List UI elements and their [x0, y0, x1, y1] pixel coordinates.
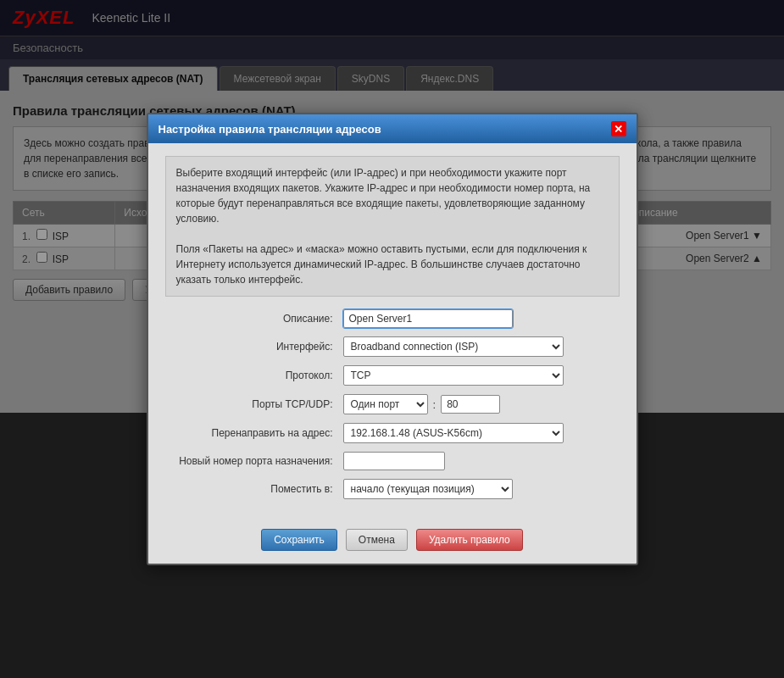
description-label: Описание: [165, 313, 343, 325]
modal-dialog: Настройка правила трансляции адресов ✕ В… [147, 113, 638, 565]
modal-title: Настройка правила трансляции адресов [158, 123, 381, 136]
description-input[interactable] [343, 309, 513, 328]
form-row-description: Описание: [165, 309, 620, 328]
port-separator: : [433, 398, 436, 411]
ports-wrapper: Один порт Диапазон портов : [343, 394, 620, 414]
position-select-wrapper: начало (текущая позиция) конец [343, 479, 620, 499]
modal-info-box: Выберите входящий интерфейс (или IP-адре… [165, 156, 620, 297]
description-field-wrapper [343, 309, 620, 328]
form-row-forward: Перенаправить на адрес: 192.168.1.48 (AS… [165, 423, 620, 443]
new-port-input[interactable] [343, 452, 445, 470]
modal-close-button[interactable]: ✕ [611, 121, 626, 136]
interface-select-wrapper: Broadband connection (ISP) [343, 336, 620, 357]
protocol-select-wrapper: TCP UDP TCP/UDP [343, 365, 620, 386]
delete-rule-button[interactable]: Удалить правило [416, 529, 523, 551]
modal-footer: Сохранить Отмена Удалить правило [148, 520, 637, 564]
port-type-select[interactable]: Один порт Диапазон портов [343, 394, 428, 414]
modal-header: Настройка правила трансляции адресов ✕ [148, 114, 637, 143]
form-row-interface: Интерфейс: Broadband connection (ISP) [165, 336, 620, 357]
protocol-select[interactable]: TCP UDP TCP/UDP [343, 365, 564, 386]
position-label: Поместить в: [165, 483, 343, 495]
cancel-button[interactable]: Отмена [346, 529, 408, 551]
modal-info-text: Выберите входящий интерфейс (или IP-адре… [176, 167, 591, 225]
forward-select[interactable]: 192.168.1.48 (ASUS-K56cm) [343, 423, 564, 443]
modal-overlay: Настройка правила трансляции адресов ✕ В… [0, 0, 784, 678]
forward-label: Перенаправить на адрес: [165, 427, 343, 439]
save-button[interactable]: Сохранить [261, 529, 337, 551]
form-row-new-port: Новый номер порта назначения: [165, 452, 620, 470]
modal-body: Выберите входящий интерфейс (или IP-адре… [148, 143, 637, 520]
modal-info-text-2: Поля «Пакеты на адрес» и «маска» можно о… [176, 243, 587, 286]
form-row-ports: Порты TCP/UDP: Один порт Диапазон портов… [165, 394, 620, 414]
new-port-label: Новый номер порта назначения: [165, 455, 343, 467]
new-port-wrapper [343, 452, 620, 470]
position-select[interactable]: начало (текущая позиция) конец [343, 479, 513, 499]
form-row-protocol: Протокол: TCP UDP TCP/UDP [165, 365, 620, 386]
forward-select-wrapper: 192.168.1.48 (ASUS-K56cm) [343, 423, 620, 443]
interface-select[interactable]: Broadband connection (ISP) [343, 336, 564, 357]
port-value-input[interactable] [441, 395, 500, 414]
form-row-position: Поместить в: начало (текущая позиция) ко… [165, 479, 620, 499]
ports-label: Порты TCP/UDP: [165, 398, 343, 410]
protocol-label: Протокол: [165, 370, 343, 381]
interface-label: Интерфейс: [165, 341, 343, 353]
